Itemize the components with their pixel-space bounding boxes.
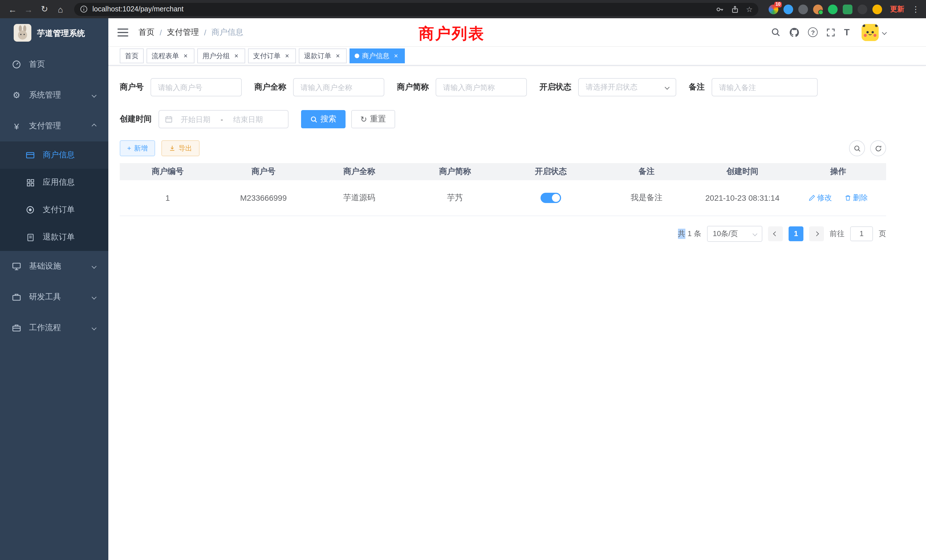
table-header-row: 商户编号 商户号 商户全称 商户简称 开启状态 备注 创建时间 操作 <box>120 163 886 180</box>
filter-label: 备注 <box>689 82 705 92</box>
share-icon[interactable] <box>731 5 739 14</box>
sidebar-item-infra[interactable]: 基础设施 <box>0 251 108 282</box>
chrome-update-button[interactable]: 更新 <box>890 4 904 14</box>
sidebar-item-system[interactable]: ⚙ 系统管理 <box>0 80 108 110</box>
sidebar-item-refund-order[interactable]: 退款订单 <box>0 224 108 251</box>
app-title: 芋道管理系统 <box>37 29 85 39</box>
filter-status: 开启状态 请选择开启状态 <box>539 78 676 96</box>
browser-reload-button[interactable]: ↻ <box>38 2 51 16</box>
edit-button[interactable]: 修改 <box>808 193 832 203</box>
filter-create-time: 创建时间 - <box>120 110 289 128</box>
close-icon[interactable]: × <box>392 52 400 60</box>
extension-icon-4[interactable] <box>813 4 823 14</box>
browser-forward-button[interactable]: → <box>22 2 35 16</box>
sidebar-item-merchant-info[interactable]: 商户信息 <box>0 141 108 169</box>
tab-refund-order[interactable]: 退款订单 × <box>299 48 346 63</box>
export-button[interactable]: 导出 <box>161 140 200 156</box>
browser-home-button[interactable]: ⌂ <box>54 2 67 16</box>
app-logo[interactable]: 芋道管理系统 <box>0 18 108 49</box>
url-text: localhost:1024/pay/merchant <box>92 5 184 13</box>
fullscreen-icon[interactable] <box>826 28 835 37</box>
col-create-time: 创建时间 <box>694 163 790 180</box>
status-toggle[interactable] <box>540 193 561 203</box>
breadcrumb-home[interactable]: 首页 <box>139 27 154 37</box>
filter-short-name: 商户简称 <box>397 78 527 96</box>
sidebar-item-home[interactable]: 首页 <box>0 49 108 80</box>
close-icon[interactable]: × <box>334 52 342 60</box>
extension-icon-3[interactable] <box>798 4 808 14</box>
goto-page-input[interactable] <box>850 226 873 241</box>
table-row: 1 M233666999 芋道源码 芋艿 我是备注 2021-10-23 08:… <box>120 180 886 216</box>
extension-icon-5[interactable] <box>828 4 838 14</box>
page-size-select[interactable]: 10条/页 <box>707 226 763 242</box>
sidebar-item-label: 研发工具 <box>29 292 61 302</box>
extension-icon-7[interactable] <box>858 4 867 14</box>
browser-menu-icon[interactable]: ⋮ <box>911 5 920 14</box>
edit-pencil-icon <box>808 194 816 201</box>
tab-user-group[interactable]: 用户分组 × <box>197 48 245 63</box>
address-bar[interactable]: localhost:1024/pay/merchant ☆ <box>74 3 758 16</box>
toolbox-icon <box>11 292 22 302</box>
user-menu[interactable] <box>862 24 886 41</box>
start-date-input[interactable] <box>175 115 216 123</box>
breadcrumb-payment[interactable]: 支付管理 <box>167 27 199 37</box>
font-size-icon[interactable]: T <box>844 27 850 37</box>
sidebar-item-label: 支付订单 <box>43 205 75 215</box>
reset-button[interactable]: ↻ 重置 <box>351 110 395 128</box>
github-icon[interactable] <box>789 27 799 37</box>
browser-back-button[interactable]: ← <box>6 2 20 16</box>
password-key-icon[interactable] <box>716 5 725 14</box>
breadcrumb-current: 商户信息 <box>212 27 244 37</box>
col-remark: 备注 <box>599 163 694 180</box>
date-separator: - <box>218 115 225 123</box>
tab-merchant-info[interactable]: 商户信息 × <box>350 48 405 63</box>
page-number-button[interactable]: 1 <box>788 226 803 241</box>
search-icon[interactable] <box>771 27 781 37</box>
cell-create-time: 2021-10-23 08:31:14 <box>694 180 790 216</box>
add-button[interactable]: + 新增 <box>120 140 155 156</box>
sidebar-item-app-info[interactable]: 应用信息 <box>0 169 108 196</box>
sidebar-item-payment[interactable]: ¥ 支付管理 <box>0 110 108 141</box>
create-time-range-picker[interactable]: - <box>159 110 289 128</box>
reload-icon: ↻ <box>41 4 48 14</box>
sidebar-item-workflow[interactable]: 工作流程 <box>0 312 108 343</box>
sidebar-item-devtools[interactable]: 研发工具 <box>0 282 108 312</box>
close-icon[interactable]: × <box>182 52 189 60</box>
collapse-sidebar-button[interactable] <box>118 28 128 36</box>
extension-icon-1[interactable]: 10 <box>769 4 778 14</box>
col-actions: 操作 <box>790 163 886 180</box>
remark-input[interactable] <box>712 78 818 96</box>
cell-status <box>503 180 599 216</box>
full-name-input[interactable] <box>293 78 384 96</box>
next-page-button[interactable] <box>809 226 824 241</box>
refresh-table-button[interactable] <box>870 140 886 156</box>
document-icon <box>25 233 35 242</box>
tab-pay-order[interactable]: 支付订单 × <box>248 48 296 63</box>
site-info-icon[interactable] <box>80 5 88 13</box>
filter-label: 商户全称 <box>254 82 286 92</box>
tab-home[interactable]: 首页 <box>120 48 144 63</box>
extension-icon-2[interactable] <box>784 4 793 14</box>
total-suffix: 条 <box>694 229 701 239</box>
tab-process-form[interactable]: 流程表单 × <box>147 48 194 63</box>
cell-remark: 我是备注 <box>599 180 694 216</box>
prev-page-button[interactable] <box>768 226 783 241</box>
close-icon[interactable]: × <box>283 52 291 60</box>
briefcase-icon <box>11 323 22 333</box>
status-select[interactable]: 请选择开启状态 <box>578 78 676 96</box>
show-search-toggle-button[interactable] <box>849 140 865 156</box>
delete-button[interactable]: 删除 <box>844 193 868 203</box>
extension-icon-6[interactable] <box>843 4 852 14</box>
search-button[interactable]: 搜索 <box>301 110 345 128</box>
end-date-input[interactable] <box>227 115 269 123</box>
extension-badge: 10 <box>774 2 782 7</box>
sidebar-item-pay-order[interactable]: 支付订单 <box>0 196 108 224</box>
help-icon[interactable]: ? <box>808 27 818 37</box>
merchant-no-input[interactable] <box>151 78 242 96</box>
short-name-input[interactable] <box>436 78 527 96</box>
close-icon[interactable]: × <box>233 52 240 60</box>
extension-icon-8[interactable] <box>872 4 882 14</box>
filter-remark: 备注 <box>689 78 818 96</box>
bookmark-star-icon[interactable]: ☆ <box>746 5 753 14</box>
tab-label: 流程表单 <box>152 51 179 61</box>
